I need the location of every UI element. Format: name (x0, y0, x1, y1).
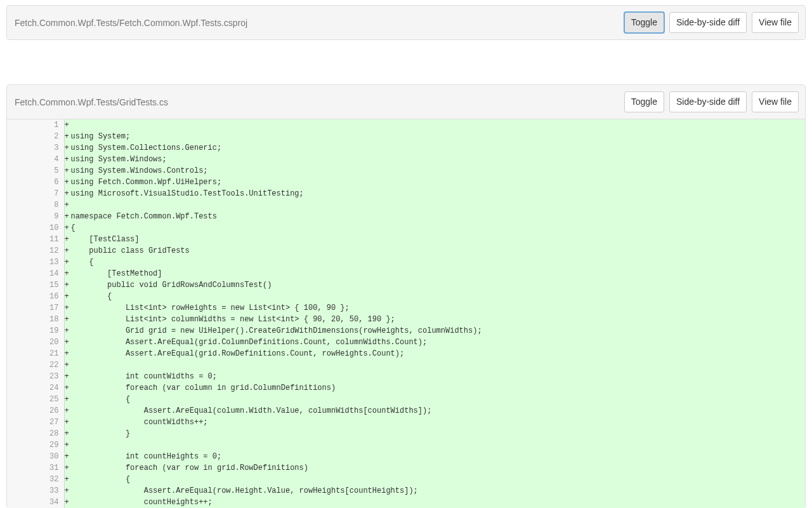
diff-marker: + (65, 211, 71, 222)
view-file-button[interactable]: View file (752, 12, 799, 33)
diff-line: 13+ { (7, 257, 805, 268)
line-number-new: 31 (36, 462, 64, 474)
line-number-old (7, 177, 36, 188)
diff-line-text: foreach (var row in grid.RowDefinitions) (71, 464, 308, 472)
side-by-side-diff-button[interactable]: Side-by-side diff (669, 91, 747, 112)
diff-marker: + (65, 417, 71, 428)
diff-line-text: int countWidths = 0; (71, 372, 217, 381)
diff-line-text: Assert.AreEqual(row.Height.Value, rowHei… (71, 486, 418, 495)
line-number-new: 30 (36, 451, 64, 462)
diff-marker: + (65, 119, 71, 131)
diff-line-text: public class GridTests (71, 246, 190, 255)
diff-line-code: + Grid grid = new UiHelper().CreateGridW… (64, 325, 805, 337)
line-number-new: 8 (36, 199, 64, 211)
diff-line-text: Assert.AreEqual(column.Width.Value, colu… (71, 406, 432, 415)
diff-line: 27+ countWidths++; (7, 417, 805, 428)
diff-marker: + (65, 291, 71, 302)
diff-marker: + (65, 268, 71, 279)
diff-line: 2+using System; (7, 131, 805, 142)
line-number-old (7, 131, 36, 142)
line-number-new: 18 (36, 314, 64, 325)
diff-line-text: namespace Fetch.Common.Wpf.Tests (71, 212, 217, 221)
diff-file-body: 1+2+using System;3+using System.Collecti… (7, 119, 805, 508)
line-number-old (7, 142, 36, 154)
file-action-group: ToggleSide-by-side diffView file (624, 91, 799, 112)
line-number-new: 9 (36, 211, 64, 222)
diff-line-code: + Assert.AreEqual(row.Height.Value, rowH… (64, 485, 805, 497)
line-number-old (7, 337, 36, 348)
line-number-old (7, 268, 36, 279)
line-number-old (7, 222, 36, 234)
diff-line: 3+using System.Collections.Generic; (7, 142, 805, 154)
diff-line-text: using System; (71, 132, 131, 141)
side-by-side-diff-button[interactable]: Side-by-side diff (669, 12, 747, 33)
diff-line: 21+ Assert.AreEqual(grid.RowDefinitions.… (7, 348, 805, 359)
line-number-new: 1 (36, 119, 64, 131)
line-number-new: 21 (36, 348, 64, 359)
diff-line: 33+ Assert.AreEqual(row.Height.Value, ro… (7, 485, 805, 497)
diff-line: 29+ (7, 439, 805, 451)
line-number-old (7, 211, 36, 222)
diff-line-code: + foreach (var row in grid.RowDefinition… (64, 462, 805, 474)
diff-line: 15+ public void GridRowsAndColumnsTest() (7, 279, 805, 291)
diff-marker: + (65, 302, 71, 314)
diff-line: 22+ (7, 359, 805, 371)
diff-line-code: + (64, 119, 805, 131)
line-number-new: 3 (36, 142, 64, 154)
line-number-old (7, 279, 36, 291)
diff-line-code: + countHeights++; (64, 497, 805, 508)
diff-line: 11+ [TestClass] (7, 234, 805, 245)
diff-line-code: +using Microsoft.VisualStudio.TestTools.… (64, 188, 805, 199)
line-number-old (7, 188, 36, 199)
line-number-old (7, 462, 36, 474)
diff-marker: + (65, 234, 71, 245)
diff-file-panel: Fetch.Common.Wpf.Tests/Fetch.Common.Wpf.… (6, 5, 806, 40)
line-number-old (7, 325, 36, 337)
line-number-old (7, 405, 36, 417)
diff-marker: + (65, 325, 71, 337)
diff-line-text: using System.Collections.Generic; (71, 144, 222, 152)
diff-table: 1+2+using System;3+using System.Collecti… (7, 119, 805, 508)
diff-line: 18+ List<int> columnWidths = new List<in… (7, 314, 805, 325)
diff-line-text: using System.Windows.Controls; (71, 166, 208, 175)
diff-marker: + (65, 405, 71, 417)
diff-line-code: +using System.Collections.Generic; (64, 142, 805, 154)
diff-line: 24+ foreach (var column in grid.ColumnDe… (7, 382, 805, 394)
diff-line-text: { (71, 395, 131, 404)
diff-line: 7+using Microsoft.VisualStudio.TestTools… (7, 188, 805, 199)
diff-line: 9+namespace Fetch.Common.Wpf.Tests (7, 211, 805, 222)
line-number-new: 12 (36, 245, 64, 257)
diff-line-code: + public void GridRowsAndColumnsTest() (64, 279, 805, 291)
diff-line-text: Grid grid = new UiHelper().CreateGridWit… (71, 326, 482, 335)
diff-line-text: { (71, 292, 112, 301)
diff-marker: + (65, 222, 71, 234)
diff-line: 5+using System.Windows.Controls; (7, 165, 805, 177)
line-number-new: 19 (36, 325, 64, 337)
line-number-old (7, 154, 36, 165)
diff-line: 20+ Assert.AreEqual(grid.ColumnDefinitio… (7, 337, 805, 348)
diff-line-code: + (64, 359, 805, 371)
diff-line-code: +using System.Windows; (64, 154, 805, 165)
diff-line: 25+ { (7, 394, 805, 405)
line-number-old (7, 439, 36, 451)
diff-line: 8+ (7, 199, 805, 211)
diff-line-code: + { (64, 474, 805, 485)
line-number-new: 32 (36, 474, 64, 485)
line-number-new: 20 (36, 337, 64, 348)
line-number-new: 28 (36, 428, 64, 439)
line-number-new: 2 (36, 131, 64, 142)
diff-line: 17+ List<int> rowHeights = new List<int>… (7, 302, 805, 314)
line-number-new: 4 (36, 154, 64, 165)
toggle-button[interactable]: Toggle (624, 12, 664, 33)
diff-line-code: + int countHeights = 0; (64, 451, 805, 462)
diff-line: 6+using Fetch.Common.Wpf.UiHelpers; (7, 177, 805, 188)
diff-line: 31+ foreach (var row in grid.RowDefiniti… (7, 462, 805, 474)
diff-line: 28+ } (7, 428, 805, 439)
view-file-button[interactable]: View file (752, 91, 799, 112)
diff-line-code: + List<int> rowHeights = new List<int> {… (64, 302, 805, 314)
diff-line: 34+ countHeights++; (7, 497, 805, 508)
diff-line-code: +using Fetch.Common.Wpf.UiHelpers; (64, 177, 805, 188)
toggle-button[interactable]: Toggle (624, 91, 664, 112)
diff-line-code: + int countWidths = 0; (64, 371, 805, 382)
diff-line-text: countWidths++; (71, 418, 208, 427)
